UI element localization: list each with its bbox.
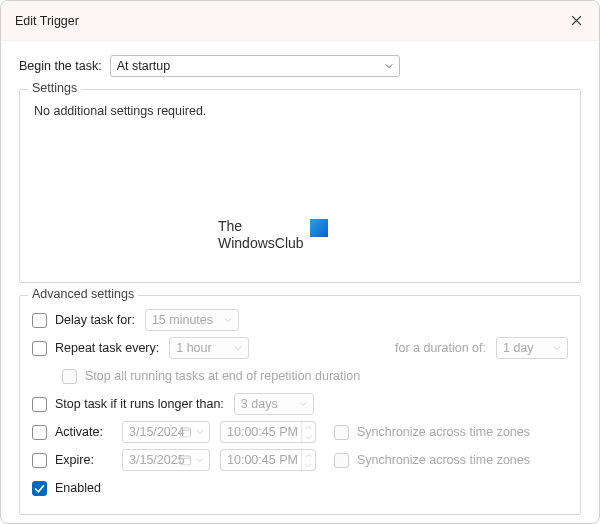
close-button[interactable] — [553, 1, 599, 41]
checkbox-icon — [32, 481, 47, 496]
window-title: Edit Trigger — [15, 14, 553, 28]
delay-task-combo[interactable]: 15 minutes — [145, 309, 239, 331]
chevron-down-icon — [299, 400, 307, 408]
chevron-down-icon — [234, 344, 242, 352]
svg-rect-0 — [181, 428, 191, 437]
svg-rect-2 — [181, 456, 191, 465]
repeat-duration-label: for a duration of: — [395, 341, 486, 355]
chevron-down-icon — [224, 316, 232, 324]
checkbox-icon — [334, 453, 349, 468]
chevron-up-icon — [305, 425, 312, 430]
activate-date-picker[interactable]: 3/15/2024 — [122, 421, 210, 443]
spinner-buttons[interactable] — [301, 422, 315, 442]
enabled-checkbox[interactable]: Enabled — [32, 481, 101, 496]
repeat-task-label: Repeat task every: — [55, 341, 159, 355]
stop-if-combo[interactable]: 3 days — [234, 393, 314, 415]
enabled-label: Enabled — [55, 481, 101, 495]
close-icon — [571, 15, 582, 26]
chevron-down-icon — [196, 456, 204, 464]
advanced-legend: Advanced settings — [28, 287, 138, 301]
repeat-duration-combo[interactable]: 1 day — [496, 337, 568, 359]
watermark-line1: The — [218, 218, 304, 235]
activate-sync-checkbox[interactable]: Synchronize across time zones — [334, 425, 530, 440]
stop-if-value: 3 days — [241, 397, 278, 411]
chevron-down-icon — [385, 62, 393, 70]
stop-if-label: Stop task if it runs longer than: — [55, 397, 224, 411]
watermark-logo-icon — [310, 219, 328, 237]
expire-date-value: 3/15/2025 — [129, 453, 185, 467]
delay-task-checkbox[interactable]: Delay task for: — [32, 313, 135, 328]
expire-time-spinner[interactable]: 10:00:45 PM — [220, 449, 316, 471]
stop-running-label: Stop all running tasks at end of repetit… — [85, 369, 360, 383]
delay-task-row: Delay task for: 15 minutes — [32, 306, 568, 334]
begin-task-label: Begin the task: — [19, 59, 102, 73]
chevron-down-icon — [305, 463, 312, 468]
settings-group: Settings No additional settings required… — [19, 89, 581, 283]
chevron-up-icon — [305, 453, 312, 458]
spinner-buttons[interactable] — [301, 450, 315, 470]
dialog-content: Begin the task: At startup Settings No a… — [1, 41, 599, 524]
edit-trigger-dialog: Edit Trigger Begin the task: At startup … — [0, 0, 600, 524]
expire-label: Expire: — [55, 453, 94, 467]
expire-row: Expire: 3/15/2025 10:00:45 PM Synch — [32, 446, 568, 474]
activate-time-value: 10:00:45 PM — [227, 425, 298, 439]
calendar-icon — [180, 455, 191, 466]
checkbox-icon — [62, 369, 77, 384]
checkbox-icon — [334, 425, 349, 440]
begin-task-row: Begin the task: At startup — [19, 55, 581, 77]
checkbox-icon — [32, 397, 47, 412]
stop-running-checkbox[interactable]: Stop all running tasks at end of repetit… — [62, 369, 360, 384]
settings-body: No additional settings required. The Win… — [32, 100, 568, 270]
checkbox-icon — [32, 313, 47, 328]
checkbox-icon — [32, 453, 47, 468]
watermark: The WindowsClub — [218, 218, 328, 252]
chevron-down-icon — [553, 344, 561, 352]
settings-legend: Settings — [28, 81, 81, 95]
activate-time-spinner[interactable]: 10:00:45 PM — [220, 421, 316, 443]
expire-sync-label: Synchronize across time zones — [357, 453, 530, 467]
checkbox-icon — [32, 341, 47, 356]
activate-label: Activate: — [55, 425, 103, 439]
enabled-row: Enabled — [32, 474, 568, 502]
settings-message: No additional settings required. — [32, 100, 568, 122]
activate-checkbox[interactable]: Activate: — [32, 425, 112, 440]
expire-date-picker[interactable]: 3/15/2025 — [122, 449, 210, 471]
watermark-line2: WindowsClub — [218, 235, 304, 252]
begin-task-value: At startup — [117, 59, 171, 73]
stop-if-row: Stop task if it runs longer than: 3 days — [32, 390, 568, 418]
delay-task-label: Delay task for: — [55, 313, 135, 327]
advanced-settings-group: Advanced settings Delay task for: 15 min… — [19, 295, 581, 515]
titlebar: Edit Trigger — [1, 1, 599, 41]
repeat-duration-value: 1 day — [503, 341, 534, 355]
activate-date-value: 3/15/2024 — [129, 425, 185, 439]
begin-task-combo[interactable]: At startup — [110, 55, 400, 77]
checkbox-icon — [32, 425, 47, 440]
chevron-down-icon — [196, 428, 204, 436]
activate-row: Activate: 3/15/2024 10:00:45 PM Syn — [32, 418, 568, 446]
repeat-task-row: Repeat task every: 1 hour for a duration… — [32, 334, 568, 362]
chevron-down-icon — [305, 435, 312, 440]
calendar-icon — [180, 427, 191, 438]
repeat-task-value: 1 hour — [176, 341, 211, 355]
repeat-task-combo[interactable]: 1 hour — [169, 337, 249, 359]
expire-checkbox[interactable]: Expire: — [32, 453, 112, 468]
expire-sync-checkbox[interactable]: Synchronize across time zones — [334, 453, 530, 468]
stop-if-checkbox[interactable]: Stop task if it runs longer than: — [32, 397, 224, 412]
repeat-task-checkbox[interactable]: Repeat task every: — [32, 341, 159, 356]
stop-running-row: Stop all running tasks at end of repetit… — [62, 362, 568, 390]
expire-time-value: 10:00:45 PM — [227, 453, 298, 467]
delay-task-value: 15 minutes — [152, 313, 213, 327]
activate-sync-label: Synchronize across time zones — [357, 425, 530, 439]
